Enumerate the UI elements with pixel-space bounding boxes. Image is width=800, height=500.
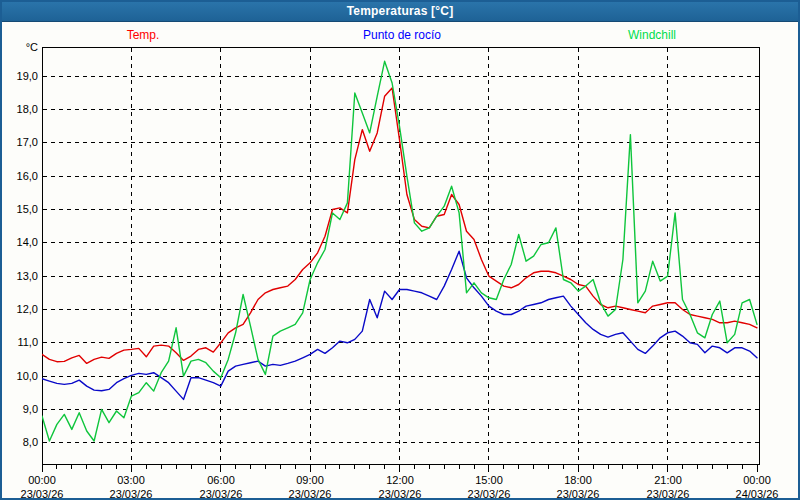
x-axis-date-label: 23/03/26 bbox=[275, 487, 345, 500]
y-axis-tick-label: 18,0 bbox=[2, 103, 38, 116]
y-axis-tick-label: 15,0 bbox=[2, 203, 38, 216]
y-axis-tick-label: 19,0 bbox=[2, 70, 38, 83]
weather-chart-window: Temperaturas [°C] Temp. Punto de rocío W… bbox=[0, 0, 800, 500]
x-axis-time-label: 06:00 bbox=[186, 473, 256, 487]
y-axis-tick-label: 14,0 bbox=[2, 236, 38, 249]
x-axis-time-label: 21:00 bbox=[633, 473, 703, 487]
y-axis-tick-label: 8,0 bbox=[2, 436, 38, 449]
x-axis-time-label: 15:00 bbox=[454, 473, 524, 487]
y-axis-tick-label: 13,0 bbox=[2, 270, 38, 283]
y-axis-tick-label: 11,0 bbox=[2, 336, 38, 349]
legend-dew-point-label: Punto de rocío bbox=[363, 28, 441, 42]
chart-legend: Temp. Punto de rocío Windchill bbox=[2, 28, 798, 43]
y-axis-tick-label: 10,0 bbox=[2, 370, 38, 383]
x-axis-date-label: 24/03/26 bbox=[722, 487, 792, 500]
y-axis-tick-label: 17,0 bbox=[2, 136, 38, 149]
x-axis-date-label: 23/03/26 bbox=[543, 487, 613, 500]
y-axis-tick-label: 12,0 bbox=[2, 303, 38, 316]
x-axis-time-label: 12:00 bbox=[365, 473, 435, 487]
y-axis-tick-label: 16,0 bbox=[2, 170, 38, 183]
x-axis-time-label: 18:00 bbox=[543, 473, 613, 487]
legend-windchill-label: Windchill bbox=[628, 28, 676, 42]
x-axis-time-label: 03:00 bbox=[96, 473, 166, 487]
x-axis-date-label: 23/03/26 bbox=[454, 487, 524, 500]
y-axis-tick-label: 9,0 bbox=[2, 403, 38, 416]
chart-canvas bbox=[42, 47, 764, 475]
x-axis-date-label: 23/03/26 bbox=[633, 487, 703, 500]
window-title: Temperaturas [°C] bbox=[347, 4, 454, 18]
x-axis-date-label: 23/03/26 bbox=[186, 487, 256, 500]
y-axis-unit-label: °C bbox=[6, 41, 38, 53]
x-axis-time-label: 00:00 bbox=[7, 473, 77, 487]
x-axis-time-label: 00:00 bbox=[722, 473, 792, 487]
title-bar: Temperaturas [°C] bbox=[2, 2, 798, 22]
legend-temp-label: Temp. bbox=[127, 28, 160, 42]
x-axis-time-label: 09:00 bbox=[275, 473, 345, 487]
x-axis-date-label: 23/03/26 bbox=[96, 487, 166, 500]
x-axis-date-label: 23/03/26 bbox=[7, 487, 77, 500]
x-axis-date-label: 23/03/26 bbox=[365, 487, 435, 500]
